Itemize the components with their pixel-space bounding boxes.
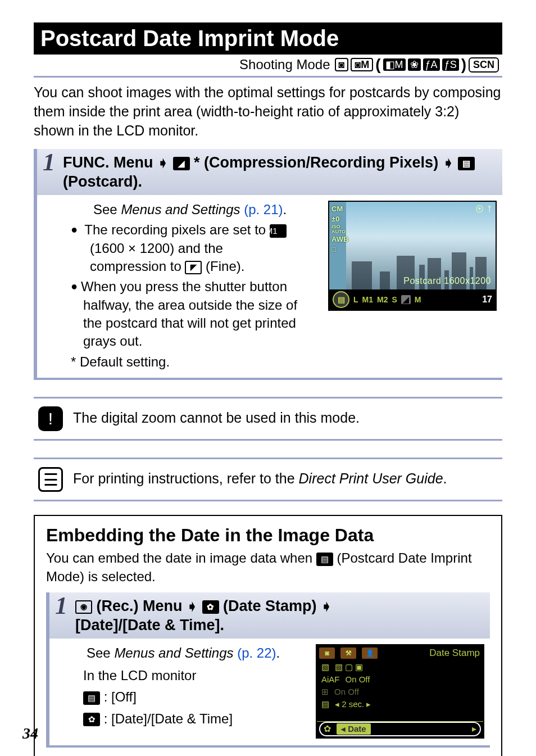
- mode-fast-a-icon: ƒA: [423, 58, 440, 71]
- postcard-mode-icon: ▤: [458, 157, 475, 170]
- sub-title-ds: (Date Stamp): [223, 597, 317, 614]
- sub-see-link: (p. 22): [234, 645, 276, 660]
- mode-cm-icon: ◧M: [383, 58, 406, 71]
- date-stamp-icon: ✿: [83, 713, 100, 726]
- tab-setup-icon: ⚒: [340, 648, 356, 659]
- bullet1-line3-pre: compression to: [90, 259, 185, 274]
- row-icon: ▤: [321, 699, 329, 709]
- menu-row-2: ⊞ On Off: [319, 686, 481, 698]
- fine-icon: ◤: [185, 261, 202, 274]
- warning-icon: !: [38, 406, 63, 431]
- on-label: : [Date]/[Date & Time]: [104, 711, 233, 726]
- menu-row-1: AiAF On Off: [319, 673, 481, 686]
- menu-row-3: ▤ ◂ 2 sec. ▸: [319, 698, 481, 710]
- m1-icon: M1: [270, 224, 287, 238]
- shooting-mode-icons: ◙ ◙M ( ◧M ❀ ƒA ƒS ) SCN: [335, 57, 499, 73]
- warning-text: The digital zoom cannot be used in this …: [73, 406, 498, 428]
- arrow-icon: ➧: [187, 599, 198, 614]
- off-row: ▤ : [Off]: [83, 688, 307, 706]
- compression-icon: ◢: [173, 157, 190, 170]
- row-opts: On Off: [346, 674, 370, 684]
- sub-step-1-title: ◉ (Rec.) Menu ➧ ✿ (Date Stamp) ➧ [Date]/…: [75, 594, 332, 635]
- sub-step-1-body: See Menus and Settings (p. 22). In the L…: [49, 639, 490, 739]
- lcd-bottom-bar: ▤ L M1 M2 S ◢ M 17: [329, 289, 496, 310]
- step-1-text-col: See Menus and Settings (p. 21). The reco…: [71, 201, 319, 372]
- step-1: 1 FUNC. Menu ➧ ◢ * (Compression/Recordin…: [34, 149, 502, 380]
- sub-step-1-text-col: See Menus and Settings (p. 22). In the L…: [83, 644, 307, 739]
- lcd-size-s: S: [392, 295, 397, 304]
- lcd-left-icons: CM ±0 ISOAUTO AWB □: [331, 204, 348, 255]
- arrow-icon: ➧: [321, 599, 332, 614]
- rec-menu-icon: ◉: [75, 600, 92, 614]
- postcard-mode-icon: ▤: [316, 553, 333, 566]
- row-icon: ▧: [321, 662, 329, 672]
- menu-title: Date Stamp: [429, 648, 480, 659]
- step-1-body: See Menus and Settings (p. 21). The reco…: [37, 195, 502, 372]
- lcd-left-awb: AWB: [331, 234, 348, 245]
- see-prefix: See: [93, 202, 121, 217]
- menu-tabs: ◙ ⚒ 👤: [319, 648, 378, 659]
- step-1-title: FUNC. Menu ➧ ◢ * (Compression/Recording …: [63, 150, 497, 192]
- sub-intro-pre: You can embed the date in image data whe…: [46, 550, 316, 565]
- row-icon: ⊞: [321, 687, 329, 697]
- tab-mycamera-icon: 👤: [362, 648, 378, 659]
- highlight-arrow-icon: ▸: [472, 723, 476, 734]
- note-icon: ☰: [38, 467, 63, 492]
- default-setting-note: * Default setting.: [71, 353, 319, 371]
- tab-rec-icon: ◙: [319, 648, 335, 659]
- sub-see-italic: Menus and Settings: [114, 645, 233, 660]
- on-row: ✿ : [Date]/[Date & Time]: [83, 710, 307, 728]
- paren-open-icon: (: [375, 57, 380, 73]
- menu-rows: ▧ ▧ ▢ ▣ AiAF On Off ⊞ On Off ▤: [319, 661, 481, 722]
- note-text: For printing instructions, refer to the …: [73, 467, 498, 488]
- lcd-postcard-label: Postcard 1600x1200: [403, 276, 491, 286]
- row-opts: ◂ 2 sec. ▸: [335, 699, 371, 709]
- step1-title-post: (Postcard).: [63, 173, 142, 190]
- rec-menu-screenshot: ◙ ⚒ 👤 Date Stamp ▧ ▧ ▢ ▣ AiAF On Off: [316, 644, 484, 739]
- lcd-size-m1: M1: [362, 295, 373, 304]
- lcd-left-shape: □: [331, 245, 348, 255]
- lcd-size-m2: M2: [377, 295, 388, 304]
- note-callout: ☰ For printing instructions, refer to th…: [34, 458, 502, 501]
- off-label: : [Off]: [104, 689, 137, 704]
- row-icon: AiAF: [321, 674, 340, 684]
- sub-see-prefix: See: [87, 645, 114, 660]
- sub-step-1-header: 1 ◉ (Rec.) Menu ➧ ✿ (Date Stamp) ➧ [Date…: [49, 592, 490, 639]
- note-prefix: For printing instructions, refer to the: [73, 470, 299, 486]
- lcd-left-cm: CM: [331, 204, 348, 214]
- sub-step-1: 1 ◉ (Rec.) Menu ➧ ✿ (Date Stamp) ➧ [Date…: [46, 592, 490, 748]
- lcd-left-ev: ±0: [331, 214, 348, 224]
- bullet-2: When you press the shutter button halfwa…: [71, 278, 319, 351]
- postcard-mode-icon: ▤: [83, 691, 100, 705]
- mode-fast-s-icon: ƒS: [442, 58, 459, 71]
- shooting-mode-row: Shooting Mode ◙ ◙M ( ◧M ❀ ƒA ƒS ) SCN: [34, 55, 502, 78]
- sub-title-rec: (Rec.) Menu: [97, 597, 183, 614]
- see-italic: Menus and Settings: [121, 202, 240, 217]
- bullet1-line2: (1600 × 1200) and the: [71, 239, 319, 257]
- row-opts: On Off: [334, 687, 359, 696]
- camera-icon: ◙: [335, 58, 349, 71]
- menu-highlight-row: ✿ ◂ Date ▸: [319, 722, 481, 736]
- step-1-header: 1 FUNC. Menu ➧ ◢ * (Compression/Recordin…: [37, 149, 502, 195]
- paren-close-icon: ): [461, 57, 466, 73]
- bullet1-line3-post: (Fine).: [206, 259, 244, 274]
- lcd-compress-icon: ◢: [401, 295, 411, 304]
- note-italic: Direct Print User Guide: [299, 470, 443, 486]
- lcd-intro: In the LCD monitor: [83, 667, 307, 685]
- bullet1-line3: compression to ◤ (Fine).: [71, 257, 319, 275]
- highlight-value: ◂ Date: [337, 723, 371, 735]
- intro-text: You can shoot images with the optimal se…: [34, 83, 502, 140]
- step1-title-pre: FUNC. Menu: [63, 154, 153, 171]
- lcd-size-m: M: [415, 295, 421, 304]
- camera-lcd-screenshot: CM ±0 ISOAUTO AWB □ ⦿ ⤒ Postcard 1600x12…: [328, 201, 497, 311]
- mode-scn-icon: SCN: [469, 57, 499, 73]
- arrow-icon: ➧: [443, 155, 454, 170]
- page-number: 34: [22, 725, 38, 743]
- sub-title-opts: [Date]/[Date & Time].: [75, 617, 224, 633]
- lcd-left-iso: ISOAUTO: [331, 224, 348, 234]
- arrow-icon: ➧: [157, 155, 169, 170]
- row-opts: ▧ ▢ ▣: [335, 662, 363, 672]
- step-number: 1: [43, 150, 55, 175]
- see-suffix: .: [283, 202, 287, 217]
- bullet-1: The recording pixels are set to M1: [71, 221, 319, 239]
